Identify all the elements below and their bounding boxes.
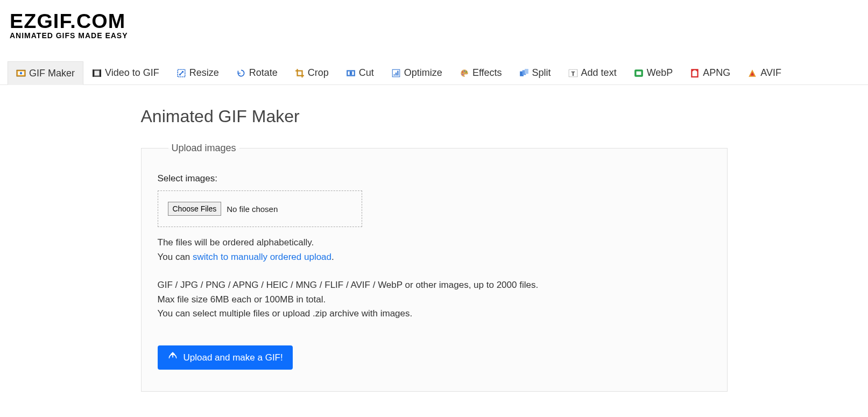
svg-rect-5 — [100, 69, 101, 77]
rotate-icon — [236, 68, 246, 78]
nav-label: Effects — [472, 67, 502, 79]
nav-resize[interactable]: Resize — [168, 61, 228, 84]
info-switch-suffix: . — [331, 252, 334, 262]
webp-icon — [634, 68, 644, 78]
upload-info: The files will be ordered alphabetically… — [158, 236, 711, 321]
info-order: The files will be ordered alphabetically… — [158, 236, 711, 250]
svg-rect-25 — [636, 72, 641, 75]
gif-maker-icon — [16, 68, 26, 78]
nav-crop[interactable]: Crop — [286, 61, 337, 84]
split-icon — [519, 68, 529, 78]
file-drop-area[interactable]: Choose Files No file chosen — [158, 190, 362, 227]
upload-submit-button[interactable]: Upload and make a GIF! — [158, 345, 293, 370]
nav-label: WebP — [647, 67, 673, 79]
svg-point-15 — [462, 72, 463, 73]
nav-rotate[interactable]: Rotate — [228, 61, 286, 84]
nav-label: Cut — [359, 67, 374, 79]
nav-add-text[interactable]: T Add text — [560, 61, 625, 84]
optimize-icon — [391, 68, 401, 78]
svg-rect-6 — [95, 70, 100, 75]
nav-optimize[interactable]: Optimize — [383, 61, 451, 84]
main-content: Animated GIF Maker Upload images Select … — [130, 85, 738, 402]
nav-label: Video to GIF — [105, 67, 159, 79]
logo-sub: ANIMATED GIFS MADE EASY — [10, 31, 858, 40]
svg-point-2 — [20, 72, 23, 75]
svg-rect-4 — [93, 69, 94, 77]
nav-effects[interactable]: Effects — [451, 61, 511, 84]
cut-icon — [346, 68, 356, 78]
nav-gif-maker[interactable]: GIF Maker — [8, 61, 83, 85]
upload-fieldset: Upload images Select images: Choose File… — [141, 143, 728, 392]
nav-label: Rotate — [249, 67, 278, 79]
nav-label: Resize — [189, 67, 219, 79]
svg-rect-12 — [393, 74, 394, 75]
main-nav: GIF Maker Video to GIF Resize Rotate Cro… — [0, 61, 868, 85]
palette-icon — [460, 68, 469, 78]
nav-label: Add text — [581, 67, 617, 79]
svg-rect-21 — [525, 69, 528, 74]
info-switch-prefix: You can — [158, 252, 193, 262]
info-multi: You can select multiple files or upload … — [158, 307, 711, 321]
nav-label: AVIF — [760, 67, 781, 79]
svg-point-18 — [462, 74, 463, 75]
avif-icon — [747, 68, 757, 78]
file-chosen-status: No file chosen — [227, 204, 278, 214]
svg-text:T: T — [571, 70, 575, 76]
select-images-label: Select images: — [158, 173, 711, 184]
svg-point-16 — [464, 70, 465, 72]
svg-rect-13 — [396, 73, 397, 76]
upload-icon — [167, 351, 178, 364]
nav-label: APNG — [703, 67, 730, 79]
info-switch-line: You can switch to manually ordered uploa… — [158, 250, 711, 264]
film-icon — [92, 68, 102, 78]
nav-webp[interactable]: WebP — [625, 61, 682, 84]
nav-label: Optimize — [404, 67, 442, 79]
svg-rect-14 — [397, 70, 398, 75]
nav-label: Crop — [308, 67, 329, 79]
svg-point-17 — [465, 72, 467, 73]
switch-upload-link[interactable]: switch to manually ordered upload — [193, 252, 331, 262]
info-max: Max file size 6MB each or 100MB in total… — [158, 293, 711, 307]
nav-video-to-gif[interactable]: Video to GIF — [83, 61, 168, 84]
apng-icon — [690, 68, 700, 78]
choose-files-button[interactable]: Choose Files — [168, 202, 222, 216]
page-title: Animated GIF Maker — [141, 107, 728, 126]
info-formats: GIF / JPG / PNG / APNG / HEIC / MNG / FL… — [158, 278, 711, 292]
nav-label: GIF Maker — [29, 68, 75, 79]
upload-submit-label: Upload and make a GIF! — [184, 352, 283, 363]
nav-label: Split — [532, 67, 551, 79]
upload-legend: Upload images — [168, 143, 239, 154]
crop-icon — [295, 68, 305, 78]
nav-avif[interactable]: AVIF — [739, 61, 790, 84]
nav-split[interactable]: Split — [511, 61, 560, 84]
logo-main: EZGIF.COM — [10, 13, 868, 30]
svg-rect-10 — [350, 72, 352, 75]
nav-cut[interactable]: Cut — [337, 61, 383, 84]
site-header: EZGIF.COM ANIMATED GIFS MADE EASY — [0, 0, 868, 45]
text-icon: T — [568, 68, 578, 78]
nav-apng[interactable]: APNG — [681, 61, 739, 84]
resize-icon — [177, 68, 186, 78]
